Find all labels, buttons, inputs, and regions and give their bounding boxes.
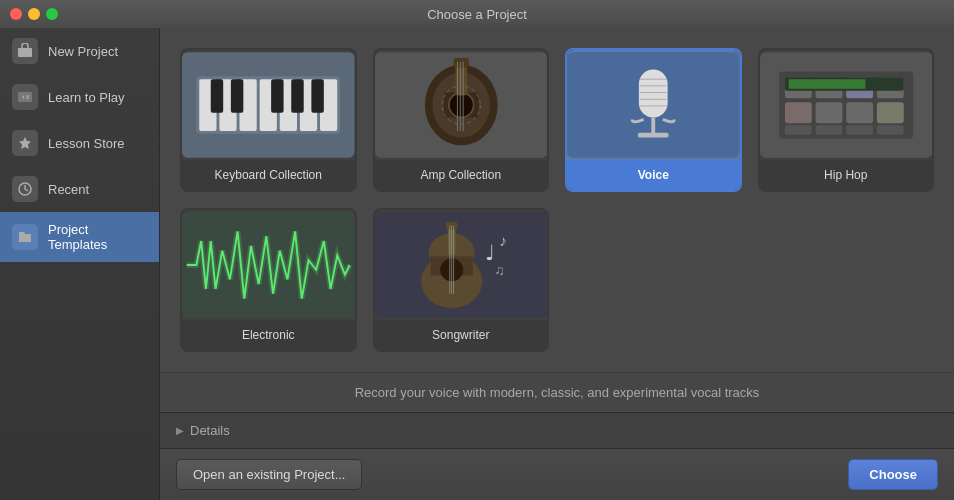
sidebar-item-recent[interactable]: Recent bbox=[0, 166, 159, 212]
maximize-button[interactable] bbox=[46, 8, 58, 20]
electronic-label: Electronic bbox=[182, 320, 355, 350]
sidebar-item-new-project-label: New Project bbox=[48, 44, 118, 59]
svg-rect-19 bbox=[311, 79, 323, 113]
svg-rect-1 bbox=[18, 92, 32, 102]
choose-button[interactable]: Choose bbox=[848, 459, 938, 490]
description-bar: Record your voice with modern, classic, … bbox=[160, 372, 954, 412]
close-button[interactable] bbox=[10, 8, 22, 20]
svg-rect-16 bbox=[231, 79, 243, 113]
sidebar-item-new-project[interactable]: New Project bbox=[0, 28, 159, 74]
hiphop-thumb bbox=[760, 50, 933, 160]
sidebar: New Project Learn to Play Lesson Store R… bbox=[0, 28, 160, 500]
keyboard-label: Keyboard Collection bbox=[182, 160, 355, 190]
svg-rect-15 bbox=[211, 79, 223, 113]
sidebar-item-lesson-store[interactable]: Lesson Store bbox=[0, 120, 159, 166]
main-container: New Project Learn to Play Lesson Store R… bbox=[0, 28, 954, 500]
template-card-amp[interactable]: Amp Collection bbox=[373, 48, 550, 192]
svg-rect-49 bbox=[846, 102, 873, 123]
template-grid: Keyboard Collection bbox=[180, 48, 934, 352]
svg-rect-18 bbox=[291, 79, 303, 113]
keyboard-thumb bbox=[182, 50, 355, 160]
minimize-button[interactable] bbox=[28, 8, 40, 20]
svg-rect-47 bbox=[784, 102, 811, 123]
template-card-keyboard[interactable]: Keyboard Collection bbox=[180, 48, 357, 192]
voice-thumb bbox=[567, 50, 740, 160]
svg-rect-50 bbox=[876, 102, 903, 123]
window-title: Choose a Project bbox=[427, 7, 527, 22]
amp-label: Amp Collection bbox=[375, 160, 548, 190]
project-templates-icon bbox=[12, 224, 38, 250]
svg-rect-40 bbox=[638, 133, 669, 138]
details-label: Details bbox=[190, 423, 230, 438]
sidebar-item-recent-label: Recent bbox=[48, 182, 89, 197]
details-arrow-icon: ▶ bbox=[176, 425, 184, 436]
sidebar-item-lesson-store-label: Lesson Store bbox=[48, 136, 125, 151]
details-bar[interactable]: ▶ Details bbox=[160, 412, 954, 448]
open-existing-button[interactable]: Open an existing Project... bbox=[176, 459, 362, 490]
template-grid-area: Keyboard Collection bbox=[160, 28, 954, 372]
hiphop-label: Hip Hop bbox=[760, 160, 933, 190]
svg-rect-51 bbox=[784, 125, 811, 135]
template-card-voice[interactable]: Voice bbox=[565, 48, 742, 192]
lesson-store-icon bbox=[12, 130, 38, 156]
amp-thumb bbox=[375, 50, 548, 160]
svg-rect-0 bbox=[18, 48, 32, 57]
songwriter-thumb: ♩ ♪ ♫ bbox=[375, 210, 548, 320]
window-controls bbox=[10, 8, 58, 20]
new-project-icon bbox=[12, 38, 38, 64]
songwriter-label: Songwriter bbox=[375, 320, 548, 350]
sidebar-item-learn-to-play[interactable]: Learn to Play bbox=[0, 74, 159, 120]
svg-text:♩: ♩ bbox=[485, 241, 495, 264]
template-card-electronic[interactable]: Electronic bbox=[180, 208, 357, 352]
svg-marker-4 bbox=[19, 137, 31, 149]
sidebar-item-learn-to-play-label: Learn to Play bbox=[48, 90, 125, 105]
description-text: Record your voice with modern, classic, … bbox=[355, 385, 760, 400]
svg-text:♫: ♫ bbox=[494, 263, 504, 278]
svg-rect-39 bbox=[651, 117, 655, 134]
svg-rect-56 bbox=[788, 79, 865, 89]
svg-rect-52 bbox=[815, 125, 842, 135]
electronic-thumb bbox=[182, 210, 355, 320]
template-card-hiphop[interactable]: Hip Hop bbox=[758, 48, 935, 192]
content-area: Keyboard Collection bbox=[160, 28, 954, 500]
svg-rect-17 bbox=[271, 79, 283, 113]
svg-rect-33 bbox=[639, 70, 668, 118]
svg-rect-48 bbox=[815, 102, 842, 123]
recent-icon bbox=[12, 176, 38, 202]
template-card-songwriter[interactable]: ♩ ♪ ♫ Songwriter bbox=[373, 208, 550, 352]
svg-text:♪: ♪ bbox=[499, 232, 507, 249]
svg-rect-53 bbox=[846, 125, 873, 135]
voice-label: Voice bbox=[567, 160, 740, 190]
learn-to-play-icon bbox=[12, 84, 38, 110]
svg-rect-27 bbox=[453, 58, 468, 68]
footer: Open an existing Project... Choose bbox=[160, 448, 954, 500]
titlebar: Choose a Project bbox=[0, 0, 954, 28]
svg-rect-54 bbox=[876, 125, 903, 135]
sidebar-item-project-templates[interactable]: Project Templates bbox=[0, 212, 159, 262]
sidebar-item-project-templates-label: Project Templates bbox=[48, 222, 147, 252]
